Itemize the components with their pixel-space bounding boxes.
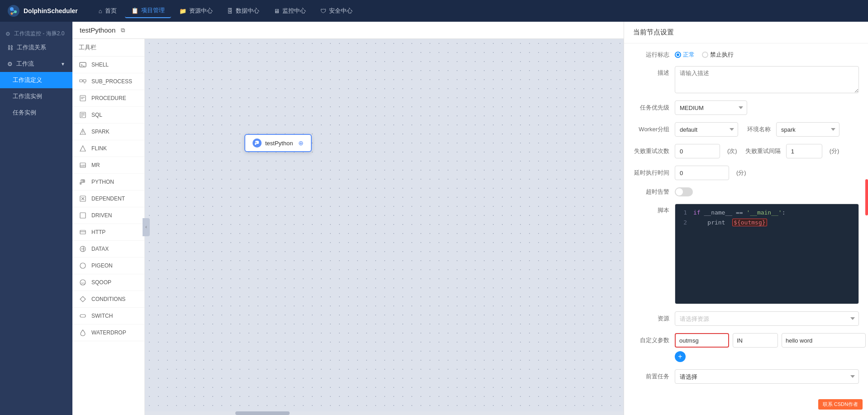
tool-dependent[interactable]: DEPENDENT [72,191,144,207]
logo-icon [7,5,20,17]
nav-security[interactable]: 🛡 安全中心 [314,4,359,18]
canvas-content: 工具栏 SHELL SUB_PROCESS [72,39,624,415]
custom-params-row: 自定义参数 IN OUT 🗑 + [633,333,859,362]
tool-switch[interactable]: SWITCH [72,308,144,324]
svg-rect-8 [80,80,82,82]
nav-resource[interactable]: 📁 资源中心 [173,4,219,18]
pigeon-icon [79,262,87,270]
worker-group-select[interactable]: default [675,122,738,137]
tool-mr[interactable]: MR MR [72,157,144,174]
shell-icon [79,61,87,69]
resources-label: 资源 [633,315,669,323]
sidebar-workflow-instance[interactable]: 工作流实例 [0,88,72,105]
tool-procedure[interactable]: PROCEDURE [72,90,144,107]
nav-home[interactable]: ⌂ 首页 [92,4,123,18]
tool-flink[interactable]: FLINK [72,140,144,157]
add-param-button[interactable]: + [675,351,686,362]
run-flag-disabled[interactable]: 禁止执行 [702,51,734,59]
environment-select[interactable]: spark [776,122,839,137]
collapse-panel-button[interactable]: ‹ [143,218,150,236]
tool-spark[interactable]: SPARK [72,124,144,140]
tool-waterdrop[interactable]: WATERDROP [72,324,144,341]
workflow-node-testpython[interactable]: testPython ⊕ [244,134,312,152]
radio-normal-dot [675,52,681,58]
run-flag-label: 运行标志 [633,51,669,59]
delay-time-label: 延时执行时间 [633,169,669,177]
tool-sql[interactable]: SQL [72,107,144,124]
sidebar-monitor-title: ⚙ 工作流监控 - 海豚2.0 [0,25,72,39]
code-line-1: 1 if __name__ == '__main__': [675,208,858,218]
conditions-icon [79,295,87,303]
node-expand-icon[interactable]: ⊕ [298,139,304,147]
code-line-2: 2 print ${outmsg} [675,218,858,228]
custom-params-label: 自定义参数 [633,336,669,344]
tool-shell[interactable]: SHELL [72,57,144,73]
sidebar-workflow-definition[interactable]: 工作流定义 [0,72,72,88]
timeout-toggle[interactable] [675,187,693,196]
waterdrop-icon [79,329,87,337]
delay-time-input[interactable] [675,166,729,180]
tool-pigeon[interactable]: PIGEON [72,258,144,274]
tool-subprocess[interactable]: SUB_PROCESS [72,73,144,90]
nav-data[interactable]: 🗄 数据中心 [221,4,266,18]
tool-datax[interactable]: DATAX [72,241,144,258]
switch-icon [79,312,87,320]
sidebar-workflow-relation[interactable]: ⛓ 工作流关系 [0,39,72,56]
right-scroll-indicator [865,179,868,215]
resource-icon: 📁 [179,8,186,14]
run-flag-normal[interactable]: 正常 [675,51,695,59]
mr-icon: MR [79,161,87,169]
svg-point-21 [82,133,83,134]
data-icon: 🗄 [227,8,233,14]
param-type-select[interactable]: IN OUT [733,333,778,348]
sqoop-icon: SQ [79,278,87,286]
resources-row: 资源 请选择资源 [633,311,859,326]
svg-rect-29 [80,230,86,234]
param-name-input[interactable] [675,333,729,348]
project-icon: 📋 [131,7,138,14]
run-flag-row: 运行标志 正常 禁止执行 [633,51,859,59]
description-input[interactable] [675,66,859,93]
sidebar-task-instance[interactable]: 任务实例 [0,105,72,121]
nav-project[interactable]: 📋 项目管理 [125,4,171,18]
canvas-grid-background [145,39,624,415]
run-flag-options: 正常 禁止执行 [675,51,734,59]
script-row: 脚本 1 if __name__ == '__main__': 2 print … [633,204,859,304]
code-editor[interactable]: 1 if __name__ == '__main__': 2 print ${o… [675,204,859,304]
tool-python[interactable]: PYTHON [72,174,144,191]
datax-icon [79,245,87,253]
param-value-input[interactable] [782,333,866,348]
resources-select[interactable]: 请选择资源 [675,311,859,326]
timeout-row: 超时告警 [633,187,859,196]
canvas-horizontal-scrollbar[interactable] [145,411,624,415]
svg-point-33 [80,263,86,268]
tool-sqoop[interactable]: SQ SQOOP [72,274,144,291]
retry-interval-input[interactable] [786,144,822,158]
tool-http[interactable]: HTTP [72,224,144,241]
svg-text:SQ: SQ [81,282,85,285]
svg-rect-9 [83,80,86,82]
scrollbar-thumb[interactable] [235,411,290,415]
nav-monitor[interactable]: 🖥 监控中心 [267,4,312,18]
description-label: 描述 [633,66,669,77]
prior-task-select[interactable]: 请选择 [675,369,859,384]
copy-icon[interactable]: ⧉ [121,27,125,34]
canvas-header: testPythoon ⧉ [72,22,624,39]
chevron-down-icon: ▼ [61,62,65,67]
priority-select[interactable]: MEDIUM [675,100,747,115]
prior-task-label: 前置任务 [633,372,669,381]
workflow-canvas[interactable]: testPython ⊕ [145,39,624,415]
svg-rect-28 [80,213,86,218]
priority-label: 任务优先级 [633,104,669,112]
code-editor-content[interactable]: 1 if __name__ == '__main__': 2 print ${o… [675,204,858,304]
sidebar-workflow[interactable]: ⚙ 工作流 ▼ [0,56,72,72]
top-navigation: DolphinScheduler ⌂ 首页 📋 项目管理 📁 资源中心 🗄 数据… [0,0,868,22]
tool-driven[interactable]: DRIVEN [72,207,144,224]
left-sidebar: ⚙ 工作流监控 - 海豚2.0 ⛓ 工作流关系 ⚙ 工作流 ▼ 工作流定义 工作… [0,22,72,415]
worker-env-row: Worker分组 default 环境名称 spark [633,122,859,137]
node-name-label: testPython [265,140,293,147]
retry-times-input[interactable] [675,144,720,158]
right-panel: 当前节点设置 运行标志 正常 禁止执行 [624,22,868,415]
svg-marker-22 [80,146,86,151]
tool-conditions[interactable]: CONDITIONS [72,291,144,308]
